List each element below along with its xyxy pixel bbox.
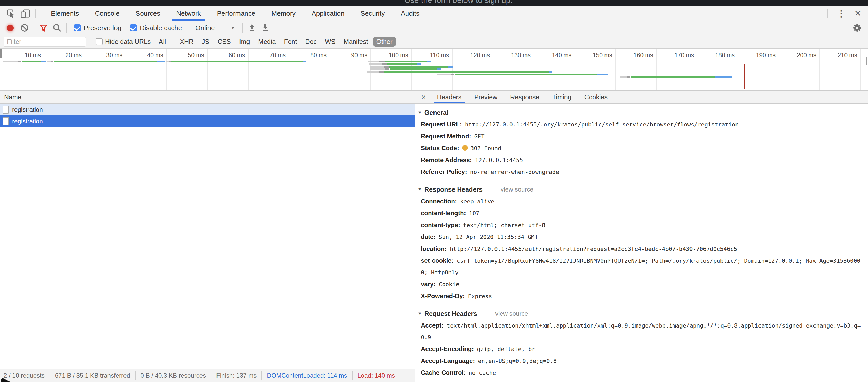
filter-pill-css[interactable]: CSS xyxy=(214,37,234,47)
gridline xyxy=(248,49,249,90)
tick-label: 180 ms xyxy=(715,52,738,59)
tick-label: 200 ms xyxy=(797,52,819,59)
waterfall-bar xyxy=(715,76,732,78)
search-button[interactable] xyxy=(51,22,64,34)
detail-tab-preview[interactable]: Preview xyxy=(468,91,504,103)
waterfall-bar xyxy=(389,66,448,68)
filter-pill-img[interactable]: Img xyxy=(236,37,253,47)
waterfall-bar xyxy=(549,71,552,73)
disclosure-triangle-icon[interactable]: ▼ xyxy=(418,187,422,192)
header-name: content-type: xyxy=(421,221,460,229)
gridline xyxy=(738,49,738,90)
waterfall-bar xyxy=(385,61,427,63)
search-icon xyxy=(52,23,62,33)
disclosure-triangle-icon[interactable]: ▼ xyxy=(418,110,422,115)
network-toolbar: Preserve log Disable cache Online ▼ xyxy=(0,21,868,35)
detail-tab-headers[interactable]: Headers xyxy=(431,91,468,103)
filter-pill-media[interactable]: Media xyxy=(255,37,279,47)
throttling-dropdown[interactable]: Online ▼ xyxy=(195,24,235,32)
settings-button[interactable] xyxy=(850,22,864,34)
import-har-button[interactable] xyxy=(245,22,258,34)
export-har-button[interactable] xyxy=(258,22,272,34)
filter-pill-other[interactable]: Other xyxy=(373,37,396,47)
tab-memory[interactable]: Memory xyxy=(263,6,304,21)
gridline xyxy=(452,49,453,90)
request-row[interactable]: registration xyxy=(0,115,414,127)
request-row[interactable]: registration xyxy=(0,104,414,115)
filter-button[interactable] xyxy=(37,22,51,34)
close-detail-icon[interactable]: × xyxy=(417,93,431,101)
tab-elements[interactable]: Elements xyxy=(43,6,87,21)
clear-button[interactable] xyxy=(18,22,31,34)
filter-pill-ws[interactable]: WS xyxy=(322,37,339,47)
detail-tab-cookies[interactable]: Cookies xyxy=(578,91,614,103)
waterfall-bar xyxy=(22,61,41,63)
filter-pill-js[interactable]: JS xyxy=(198,37,213,47)
tick-label: 140 ms xyxy=(552,52,575,59)
overview-band[interactable]: 10 ms20 ms30 ms40 ms50 ms60 ms70 ms80 ms… xyxy=(0,49,868,91)
header-entry: X-Powered-By:Express xyxy=(415,290,868,302)
checkbox-checked-icon xyxy=(74,24,81,32)
filter-input[interactable] xyxy=(4,37,86,47)
disclosure-triangle-icon[interactable]: ▼ xyxy=(418,311,422,316)
tab-security[interactable]: Security xyxy=(352,6,393,21)
filter-pill-all[interactable]: All xyxy=(155,37,169,47)
tab-performance[interactable]: Performance xyxy=(209,6,264,21)
gridline xyxy=(697,49,698,90)
header-name: set-cookie: xyxy=(421,257,454,264)
request-name: registration xyxy=(12,106,43,113)
divider xyxy=(135,372,135,380)
page-background-strip: Use the form below to sign up. xyxy=(0,0,868,6)
header-value: GET xyxy=(474,133,485,140)
header-entry: vary:Cookie xyxy=(415,278,868,290)
filter-pill-font[interactable]: Font xyxy=(281,37,300,47)
header-entry: Status Code:302 Found xyxy=(415,142,868,154)
header-name: Accept-Encoding: xyxy=(421,345,474,352)
header-name: Status Code: xyxy=(421,144,459,151)
tabbar-right: ⋮ ✕ xyxy=(825,6,868,21)
waterfall-bar xyxy=(370,68,385,70)
section-general: ▼GeneralRequest URL:http://127.0.0.1:445… xyxy=(415,106,868,180)
name-column-header[interactable]: Name xyxy=(0,91,414,104)
preserve-log-checkbox[interactable]: Preserve log xyxy=(74,24,121,32)
tab-sources[interactable]: Sources xyxy=(128,6,168,21)
detail-tab-timing[interactable]: Timing xyxy=(546,91,578,103)
section-header: ▼Request Headersview source xyxy=(415,307,868,320)
view-source-link[interactable]: view source xyxy=(501,186,533,193)
tab-audits[interactable]: Audits xyxy=(393,6,427,21)
inspect-element-button[interactable] xyxy=(4,7,18,20)
overview-left-scrollthumb[interactable] xyxy=(0,49,2,58)
detail-tab-response[interactable]: Response xyxy=(504,91,546,103)
disable-cache-checkbox[interactable]: Disable cache xyxy=(130,24,182,32)
more-options-icon[interactable]: ⋮ xyxy=(831,8,852,19)
hide-data-urls-label: Hide data URLs xyxy=(105,38,151,45)
device-toolbar-button[interactable] xyxy=(18,7,33,20)
tick-label: 60 ms xyxy=(228,52,248,59)
header-value: http://127.0.0.1:4455/auth/registration?… xyxy=(450,246,737,252)
waterfall-bar xyxy=(384,71,549,73)
header-entry: Connection:keep-alive xyxy=(415,196,868,208)
tick-label: 100 ms xyxy=(389,52,411,59)
view-source-link[interactable]: view source xyxy=(495,310,528,317)
section-header: ▼Response Headersview source xyxy=(415,183,868,196)
section-header: ▼General xyxy=(415,106,868,119)
record-button[interactable] xyxy=(7,25,14,32)
header-entry: content-type:text/html; charset=utf-8 xyxy=(415,219,868,231)
close-devtools-icon[interactable]: ✕ xyxy=(852,8,868,18)
filter-pill-manifest[interactable]: Manifest xyxy=(340,37,371,47)
tab-console[interactable]: Console xyxy=(87,6,127,21)
status-resources: 0 B / 40.3 KB resources xyxy=(141,372,206,379)
request-rows: registrationregistration xyxy=(0,104,414,127)
filter-pill-xhr[interactable]: XHR xyxy=(177,37,197,47)
filter-pills: XHRJSCSSImgMediaFontDocWSManifestOther xyxy=(176,37,397,47)
filter-pill-doc[interactable]: Doc xyxy=(302,37,320,47)
tab-application[interactable]: Application xyxy=(304,6,352,21)
disable-cache-label: Disable cache xyxy=(140,24,182,32)
waterfall-bar xyxy=(370,66,384,68)
tick-label: 170 ms xyxy=(675,52,697,59)
tab-network[interactable]: Network xyxy=(168,6,209,21)
hide-data-urls-checkbox[interactable] xyxy=(96,38,102,45)
divider xyxy=(66,23,67,33)
overview-right-scrollthumb[interactable] xyxy=(866,57,867,65)
header-name: location: xyxy=(421,245,447,252)
